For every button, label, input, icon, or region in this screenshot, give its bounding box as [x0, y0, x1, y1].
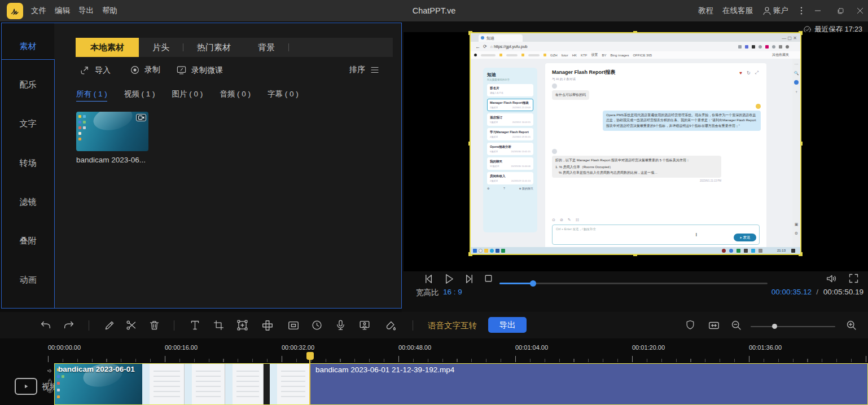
- track-visibility-icon[interactable]: [47, 388, 53, 394]
- playhead[interactable]: [306, 352, 314, 360]
- tab-background[interactable]: 背景: [244, 38, 288, 57]
- tutorial-link[interactable]: 教程: [698, 0, 713, 21]
- ruler-label: 00:00:16.00: [165, 344, 198, 351]
- account-icon[interactable]: [762, 6, 772, 16]
- clip-thumbnail-gap: [264, 364, 270, 404]
- seek-knob[interactable]: [530, 280, 536, 287]
- left-nav-rail: 素材 配乐 文字 转场 滤镜 叠附 动画: [2, 23, 54, 308]
- tab-separator: [288, 43, 289, 51]
- filter-video[interactable]: 视频 ( 1 ): [124, 89, 155, 102]
- zoom-in-icon[interactable]: [845, 319, 857, 331]
- add-frame-tool-button[interactable]: [236, 319, 248, 331]
- timeline-zoom-knob[interactable]: [772, 324, 777, 329]
- sidebar-item-material[interactable]: 素材: [2, 41, 54, 52]
- export-button[interactable]: 导出: [488, 317, 527, 333]
- duration-tool-button[interactable]: [311, 319, 323, 331]
- timeline-ruler[interactable]: [48, 353, 868, 362]
- material-item[interactable]: bandicam 2023-06...: [76, 112, 148, 164]
- record-course-label: 录制微课: [191, 65, 223, 76]
- title-bar: 文件 编辑 导出 帮助 ChatPPT.ve 教程 在线客服 账户: [0, 0, 868, 21]
- fullscreen-icon[interactable]: [848, 272, 860, 284]
- sidebar-item-music[interactable]: 配乐: [2, 80, 54, 90]
- filter-all[interactable]: 所有 ( 1 ): [76, 89, 107, 102]
- sidebar-item-transition[interactable]: 转场: [2, 158, 54, 169]
- more-menu-icon[interactable]: [796, 6, 806, 16]
- snap-toggle-icon[interactable]: [685, 319, 696, 331]
- delete-tool-button[interactable]: [148, 319, 160, 331]
- tab-local-material[interactable]: 本地素材: [76, 38, 139, 57]
- track-lock-icon[interactable]: [47, 378, 53, 384]
- maximize-button[interactable]: [834, 5, 847, 17]
- presenter-tool-button[interactable]: [358, 319, 371, 332]
- record-label: 录制: [144, 65, 160, 75]
- captured-clock: 21:13: [777, 249, 786, 252]
- zoom-out-icon[interactable]: [730, 319, 742, 331]
- tab-hot-material[interactable]: 热门素材: [183, 38, 244, 57]
- playhead-line: [309, 359, 310, 405]
- material-item-name: bandicam 2023-06...: [76, 156, 148, 164]
- tab-intro[interactable]: 片头: [139, 38, 183, 57]
- filter-image[interactable]: 图片 ( 0 ): [172, 89, 203, 102]
- track-controls: [47, 368, 53, 394]
- minimize-button[interactable]: [812, 5, 824, 17]
- captured-browser-tab: 知迪: [479, 34, 523, 42]
- voiceover-tool-button[interactable]: [335, 319, 347, 331]
- time-divider: /: [816, 288, 818, 296]
- preview-info: 宽高比 16 : 9 00:00:35.12 / 00:05:50.19: [402, 288, 868, 305]
- pip-tool-button[interactable]: [287, 319, 300, 332]
- current-time: 00:00:35.12: [771, 288, 812, 296]
- filter-subtitle[interactable]: 字幕 ( 0 ): [268, 89, 299, 102]
- undo-button[interactable]: [40, 319, 52, 332]
- ruler-label: 00:00:32.00: [282, 344, 314, 351]
- clip-thumbnail: [185, 364, 225, 404]
- sidebar-item-animation[interactable]: 动画: [2, 275, 54, 285]
- track-mute-icon[interactable]: [47, 368, 53, 374]
- fit-timeline-icon[interactable]: [708, 319, 720, 332]
- splice-tool-button[interactable]: [261, 319, 274, 332]
- clip-thumbnail: [225, 364, 264, 404]
- clip-thumbnail: [142, 364, 185, 404]
- timeline-zoom-slider[interactable]: [751, 326, 835, 327]
- redo-button[interactable]: [63, 319, 75, 332]
- video-frame[interactable]: 知迪 — ▢ ✕ ← ⟳ ⌂ https://gpt.yufu.pub: [470, 32, 801, 255]
- toolbar-divider: [89, 320, 89, 331]
- import-button[interactable]: 导入: [80, 65, 111, 76]
- toolbar-divider: [413, 320, 413, 331]
- timeline-clip[interactable]: bandicam 2023-06-01 bandicam 2023-06-01 …: [54, 363, 868, 405]
- sort-list-icon: [370, 65, 380, 75]
- captured-chat-main: Manager Flash Report报表 与 AI 的 2 条对话 ♥ ↻ …: [545, 63, 766, 249]
- next-frame-button[interactable]: [462, 272, 475, 285]
- sort-label: 排序: [349, 65, 365, 75]
- account-label[interactable]: 账户: [773, 0, 788, 21]
- captured-taskbar: 21:13: [471, 247, 800, 254]
- aspect-ratio-label: 宽高比: [416, 288, 439, 298]
- edit-toolbar: 语音文字互转 导出: [0, 312, 868, 338]
- stop-button[interactable]: [483, 272, 494, 284]
- online-support-link[interactable]: 在线客服: [722, 0, 753, 21]
- sidebar-item-overlay[interactable]: 叠附: [2, 236, 54, 246]
- voice-text-button[interactable]: 语音文字互转: [428, 320, 477, 331]
- sort-button[interactable]: 排序: [349, 65, 380, 75]
- sidebar-item-filter[interactable]: 滤镜: [2, 197, 54, 208]
- edit-tool-button[interactable]: [104, 319, 116, 331]
- record-course-button[interactable]: 录制微课: [176, 65, 223, 76]
- video-badge-icon: [136, 114, 146, 121]
- aspect-ratio-value[interactable]: 16 : 9: [443, 288, 462, 296]
- play-button[interactable]: [442, 272, 455, 285]
- volume-icon[interactable]: [825, 272, 838, 285]
- crop-tool-button[interactable]: [213, 319, 225, 331]
- seek-slider[interactable]: [499, 283, 768, 284]
- record-button[interactable]: 录制: [130, 65, 160, 75]
- clip-thumbnail: [270, 364, 310, 404]
- ruler-label: 00:01:36.00: [749, 344, 782, 351]
- prev-frame-button[interactable]: [423, 272, 436, 285]
- cut-tool-button[interactable]: [125, 319, 137, 331]
- material-filters: 所有 ( 1 ) 视频 ( 1 ) 图片 ( 0 ) 音频 ( 0 ) 字幕 (…: [76, 89, 299, 102]
- close-button[interactable]: [854, 5, 866, 17]
- fill-tool-button[interactable]: [384, 319, 397, 332]
- text-tool-button[interactable]: [189, 319, 201, 331]
- sidebar-item-text[interactable]: 文字: [2, 118, 54, 129]
- material-tabs: 本地素材 片头 热门素材 背景: [76, 38, 393, 57]
- filter-audio[interactable]: 音频 ( 0 ): [220, 89, 251, 102]
- captured-browser-titlebar: 知迪 — ▢ ✕: [471, 33, 800, 42]
